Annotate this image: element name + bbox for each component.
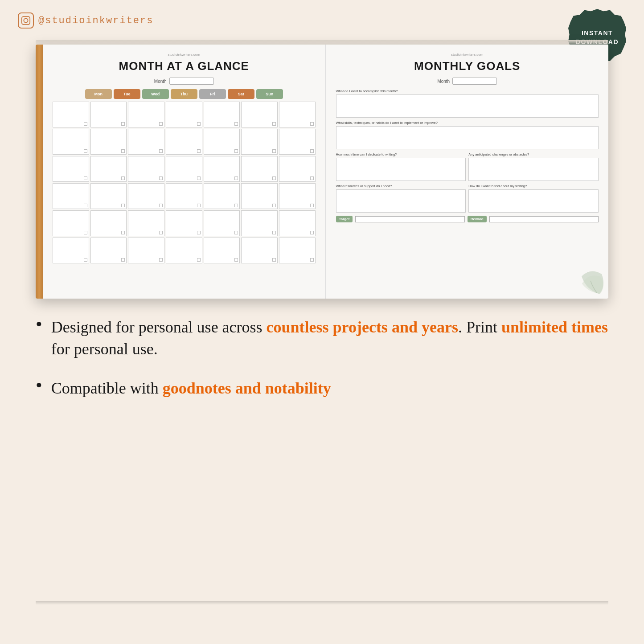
cal-cell [204, 183, 240, 209]
goals-half-row-1: How much time can I dedicate to writing?… [336, 152, 599, 181]
cal-cell [241, 238, 278, 263]
bullet-text-2: Compatible with goodnotes and notability [51, 377, 331, 399]
cal-cell [53, 210, 89, 236]
month-row-left: Month [53, 78, 316, 85]
day-tue: Tue [114, 89, 140, 99]
leaf-decoration [573, 263, 608, 299]
bullet-1-highlight-2: unlimited times [501, 318, 608, 336]
target-label: Target [336, 216, 353, 222]
goals-textarea-5[interactable] [336, 189, 466, 213]
cal-cell [90, 238, 127, 263]
bullet-1-plain-mid: . Print [458, 318, 501, 336]
cal-cell [279, 156, 316, 182]
cal-cell [204, 102, 240, 127]
svg-rect-0 [22, 16, 30, 25]
month-label-right: Month [437, 79, 450, 84]
bullets-section: • Designed for personal use across count… [36, 316, 608, 417]
month-label-left: Month [154, 79, 167, 84]
cal-cell [90, 210, 127, 236]
cal-cell [128, 183, 164, 209]
cal-cell [204, 156, 240, 182]
svg-point-1 [24, 18, 28, 22]
calendar-grid [53, 102, 316, 263]
day-fri: Fri [199, 89, 226, 99]
days-row: Mon Tue Wed Thu Fri Sat Sun [53, 89, 316, 99]
cal-cell [90, 102, 127, 127]
goals-q4: Any anticipated challenges or obstacles? [468, 152, 599, 181]
right-page-title: MONTHLY GOALS [336, 59, 599, 73]
goals-q1: What do I want to accomplish this month? [336, 89, 599, 118]
reward-input[interactable] [489, 216, 599, 222]
goals-question-6: How do I want to feel about my writing? [468, 184, 599, 188]
left-page-title: MONTH AT A GLANCE [53, 59, 316, 73]
goals-textarea-1[interactable] [336, 94, 599, 118]
cal-cell [128, 210, 164, 236]
cal-cell [166, 129, 202, 155]
cal-cell [204, 129, 240, 155]
cal-cell [128, 102, 164, 127]
cal-cell [166, 238, 202, 263]
cal-cell [90, 129, 127, 155]
book-spine [36, 45, 43, 299]
goals-question-5: What resources or support do I need? [336, 184, 466, 188]
left-page: studioinkwriters.com MONTH AT A GLANCE M… [43, 45, 326, 299]
bullet-1-plain-end: for personal use. [51, 340, 158, 358]
day-thu: Thu [171, 89, 197, 99]
goals-question-1: What do I want to accomplish this month? [336, 89, 599, 93]
cal-cell [53, 129, 89, 155]
goals-textarea-3[interactable] [336, 158, 466, 181]
right-page: studioinkwriters.com MONTHLY GOALS Month… [326, 45, 609, 299]
cal-cell [279, 238, 316, 263]
cal-cell [279, 183, 316, 209]
goals-textarea-4[interactable] [468, 158, 599, 181]
day-sun: Sun [256, 89, 283, 99]
target-reward-row: Target Reward [336, 216, 599, 222]
bullet-1-plain-start: Designed for personal use across [51, 318, 267, 336]
day-wed: Wed [142, 89, 169, 99]
cal-cell [204, 238, 240, 263]
instagram-handle: @studioinkwriters [38, 15, 153, 26]
month-input-left[interactable] [169, 78, 214, 85]
instagram-icon [18, 12, 34, 29]
cal-cell [128, 238, 164, 263]
book: studioinkwriters.com MONTH AT A GLANCE M… [36, 45, 608, 299]
cal-cell [204, 210, 240, 236]
month-row-right: Month [336, 78, 599, 85]
target-input[interactable] [355, 216, 464, 222]
cal-cell [166, 102, 202, 127]
cal-cell [241, 129, 278, 155]
goals-q2: What skills, techniques, or habits do I … [336, 121, 599, 149]
cal-cell [90, 156, 127, 182]
goals-q3: How much time can I dedicate to writing? [336, 152, 466, 181]
bullet-2-highlight-1: goodnotes and notability [163, 379, 331, 397]
svg-point-2 [28, 18, 29, 19]
cal-cell [241, 183, 278, 209]
goals-q5: What resources or support do I need? [336, 184, 466, 213]
goals-question-2: What skills, techniques, or habits do I … [336, 121, 599, 125]
cal-cell [53, 156, 89, 182]
cal-cell [166, 183, 202, 209]
day-mon: Mon [85, 89, 112, 99]
goals-textarea-6[interactable] [468, 189, 599, 213]
goals-question-4: Any anticipated challenges or obstacles? [468, 152, 599, 156]
left-page-website: studioinkwriters.com [53, 53, 316, 57]
bullet-dot-1: • [36, 315, 42, 333]
day-sat: Sat [228, 89, 254, 99]
cal-cell [128, 156, 164, 182]
cal-cell [90, 183, 127, 209]
cal-cell [53, 238, 89, 263]
cal-cell [53, 102, 89, 127]
reward-label: Reward [468, 216, 487, 222]
cal-cell [166, 210, 202, 236]
cal-cell [53, 183, 89, 209]
cal-cell [279, 129, 316, 155]
bullet-text-1: Designed for personal use across countle… [51, 316, 608, 360]
cal-cell [128, 129, 164, 155]
book-shadow [36, 601, 608, 605]
bullet-item-2: • Compatible with goodnotes and notabili… [36, 377, 608, 399]
cal-cell [241, 102, 278, 127]
goals-half-row-2: What resources or support do I need? How… [336, 184, 599, 213]
month-input-right[interactable] [452, 78, 497, 85]
goals-textarea-2[interactable] [336, 126, 599, 149]
cal-cell [166, 156, 202, 182]
